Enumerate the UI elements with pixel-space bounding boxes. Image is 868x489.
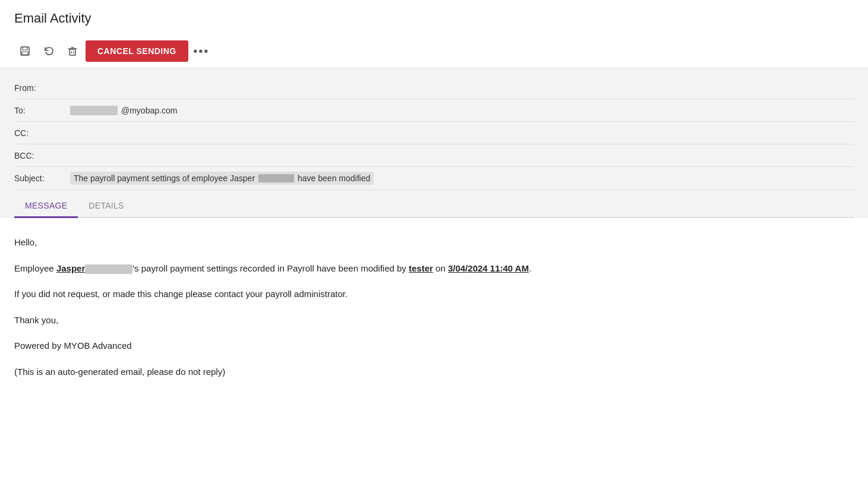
delete-icon [67,45,78,57]
message-body: Hello, Employee Jasper's payroll payment… [0,218,868,404]
tabs-row: MESSAGE DETAILS [14,190,854,218]
bcc-label: BCC: [14,146,68,165]
line1-mid: 's payroll payment settings recorded in … [132,263,409,273]
tab-message[interactable]: MESSAGE [14,196,78,218]
to-redacted [70,106,118,115]
from-value [68,83,854,93]
subject-redacted [258,174,294,182]
undo-icon [43,45,55,57]
subject-box: The payroll payment settings of employee… [70,172,374,185]
save-icon [19,45,31,57]
cancel-sending-button[interactable]: CANCEL SENDING [86,40,188,62]
employee-name-redacted [85,264,132,274]
cc-label: CC: [14,124,68,143]
page-header: Email Activity [0,0,868,34]
powered-by-line: Powered by MYOB Advanced [14,338,854,354]
auto-generated-line: (This is an auto-generated email, please… [14,364,854,380]
subject-value: The payroll payment settings of employee… [68,167,854,190]
undo-button[interactable] [38,40,59,62]
bcc-value [68,151,854,160]
from-label: From: [14,78,68,97]
to-row: To: @myobap.com [14,99,854,122]
subject-label: Subject: [14,169,68,188]
employee-name-link[interactable]: Jasper [56,263,132,273]
cc-value [68,128,854,138]
line1-suffix-pre: on [433,263,448,273]
contact-line: If you did not request, or made this cha… [14,286,854,302]
subject-suffix: have been modified [298,173,370,183]
email-form: From: To: @myobap.com CC: BCC: Subject: … [0,68,868,218]
greeting: Hello, [14,235,854,250]
more-options-button[interactable]: ••• [191,40,212,62]
svg-rect-2 [22,52,28,55]
subject-prefix: The payroll payment settings of employee… [74,173,255,183]
cc-row: CC: [14,122,854,144]
line1-end: . [529,263,531,273]
tab-details[interactable]: DETAILS [78,196,134,218]
page-title: Email Activity [14,11,854,26]
svg-rect-3 [70,49,75,55]
line1-prefix: Employee [14,263,56,273]
save-button[interactable] [14,40,36,62]
subject-row: Subject: The payroll payment settings of… [14,167,854,190]
thank-you-line: Thank you, [14,313,854,328]
employee-line: Employee Jasper's payroll payment settin… [14,261,854,276]
toolbar: CANCEL SENDING ••• [0,34,868,68]
tester-link[interactable]: tester [409,263,433,273]
to-label: To: [14,101,68,120]
delete-button[interactable] [62,40,83,62]
bcc-row: BCC: [14,144,854,167]
date-link[interactable]: 3/04/2024 11:40 AM [448,263,529,273]
more-options-icon: ••• [193,45,209,58]
from-row: From: [14,77,854,99]
to-value: @myobap.com [68,101,854,120]
